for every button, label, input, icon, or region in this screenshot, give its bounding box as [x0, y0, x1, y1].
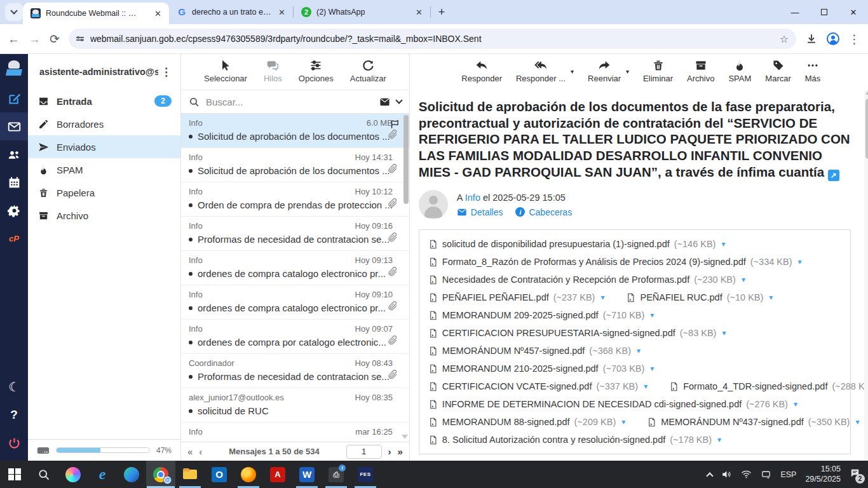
refresh-button[interactable]: Actualizar: [350, 59, 386, 83]
options-button[interactable]: Opciones: [299, 59, 334, 83]
external-link-icon[interactable]: ↗: [828, 170, 839, 181]
attachment-menu-caret-icon[interactable]: ▾: [769, 293, 773, 302]
attachment-menu-caret-icon[interactable]: ▾: [717, 435, 721, 444]
attachment-menu-caret-icon[interactable]: ▾: [650, 364, 654, 373]
select-button[interactable]: Seleccionar: [204, 59, 247, 83]
attachment-name[interactable]: PEÑAFIEL PEÑAFIEL.pdf: [442, 292, 549, 302]
compose-button[interactable]: [0, 85, 28, 112]
attachment-name[interactable]: Formato_4_TDR-signed-signed.pdf: [683, 381, 827, 391]
threads-button[interactable]: Hilos: [264, 59, 282, 83]
taskbar-outlook-button[interactable]: O: [205, 461, 234, 488]
next-page-button[interactable]: ›: [388, 446, 391, 457]
scrollbar-thumb[interactable]: [865, 98, 868, 159]
taskbar-ie-button[interactable]: e: [88, 461, 117, 488]
attachment-item[interactable]: 8. Solicitud Autorización contra y resol…: [428, 435, 721, 445]
message-list-row[interactable]: InfoHoy 09:13 ordenes de compra catalogo…: [181, 251, 409, 285]
attachment-name[interactable]: Formato_8_Razón de Proformas y Análisis …: [442, 257, 746, 267]
folder-trash[interactable]: Papelera: [28, 181, 180, 204]
unread-dot-icon[interactable]: [189, 341, 193, 344]
taskbar-firefox-button[interactable]: [234, 461, 263, 488]
cpanel-button[interactable]: cP: [0, 224, 28, 252]
attachment-item[interactable]: PEÑAFIEL RUC.pdf (~10 KB) ▾: [626, 292, 773, 303]
reload-button[interactable]: ⟳: [50, 33, 60, 45]
message-list-row[interactable]: InfoHoy 09:07 ordenes de compra por cata…: [181, 320, 409, 354]
taskbar-chrome-button[interactable]: @: [146, 461, 175, 488]
taskbar-acrobat-button[interactable]: A: [263, 461, 292, 488]
folder-inbox[interactable]: Entrada 2: [28, 90, 180, 112]
dark-mode-button[interactable]: ☾: [0, 373, 28, 401]
flag-icon[interactable]: [390, 119, 400, 132]
attachment-name[interactable]: CERTIFICACION PRESUPUESTARIA-signed-sign…: [442, 328, 675, 338]
page-number-input[interactable]: 1: [346, 445, 382, 459]
attachment-item[interactable]: MEMORÁNDUM Nº457-signed.pdf (~368 KB) ▾: [428, 346, 641, 356]
attachment-menu-caret-icon[interactable]: ▾: [637, 346, 641, 355]
calendar-button[interactable]: [0, 168, 28, 196]
logout-button[interactable]: [0, 429, 28, 457]
message-list-row[interactable]: alex_junior17@outlook.esHoy 08:35 solici…: [181, 388, 409, 423]
tab-google-search[interactable]: G derecho a un trato especial - Bu ✕: [169, 1, 293, 23]
forward-button[interactable]: →: [29, 33, 41, 45]
folder-drafts[interactable]: Borradores: [28, 112, 180, 135]
tab-close-button[interactable]: ✕: [414, 8, 424, 17]
attachment-menu-caret-icon[interactable]: ▾: [644, 382, 648, 391]
unread-dot-icon[interactable]: [189, 306, 193, 310]
attachment-menu-caret-icon[interactable]: ▾: [798, 257, 802, 266]
message-list-row[interactable]: InfoHoy 10:12 Orden de compra de prendas…: [181, 182, 409, 217]
taskbar-copilot-button[interactable]: [58, 461, 88, 488]
language-indicator[interactable]: ESP: [780, 470, 796, 479]
site-settings-icon[interactable]: [76, 37, 84, 41]
volume-icon[interactable]: [721, 469, 732, 480]
attachment-item[interactable]: INFORME DE DETERMINACION DE NECESIDAD cd…: [428, 399, 797, 410]
attachment-menu-caret-icon[interactable]: ▾: [794, 400, 797, 409]
details-toggle[interactable]: Detalles: [457, 207, 503, 217]
forward-button[interactable]: Reenviar: [588, 59, 621, 83]
attachment-menu-caret-icon[interactable]: ▾: [621, 417, 625, 426]
back-button[interactable]: ←: [8, 33, 20, 45]
last-page-button[interactable]: »: [398, 446, 403, 457]
tab-close-button[interactable]: ✕: [277, 8, 287, 17]
message-list-row[interactable]: Info6.0 MB Solicitud de aprobación de lo…: [181, 114, 409, 148]
attachment-item[interactable]: CERTIFICACION VCATE-signed.pdf (~337 KB)…: [428, 381, 648, 392]
message-list-row[interactable]: InfoHoy 09:10 ordenes de compra catalogo…: [181, 285, 409, 320]
folder-spam[interactable]: SPAM: [28, 158, 180, 181]
taskbar-clock[interactable]: 15:05 29/5/2025: [805, 464, 841, 484]
attachment-item[interactable]: CERTIFICACION PRESUPUESTARIA-signed-sign…: [428, 328, 726, 339]
taskbar-printer-button[interactable]: ⎙: [322, 461, 351, 488]
maximize-button[interactable]: [810, 0, 839, 24]
unread-dot-icon[interactable]: [189, 135, 193, 139]
taskbar-fes-button[interactable]: FES: [351, 461, 380, 488]
account-menu-icon[interactable]: ⋮: [158, 65, 174, 79]
attachment-item[interactable]: MEMORANDUM 88-signed.pdf (~209 KB) ▾: [428, 417, 625, 428]
spam-button[interactable]: SPAM: [728, 59, 751, 83]
folder-archive[interactable]: Archivo: [28, 204, 180, 227]
attachment-name[interactable]: MEMORANDUM 209-2025-signed.pdf: [442, 310, 599, 320]
forward-caret-icon[interactable]: ▾: [626, 68, 629, 75]
mail-module-button[interactable]: [0, 112, 28, 140]
tab-roundcube[interactable]: Roundcube Webmail :: Enviados ✕: [23, 3, 169, 24]
headers-toggle[interactable]: i Cabeceras: [515, 207, 572, 217]
attachment-item[interactable]: MEMORANDUM 210-2025-signed.pdf (~703 KB)…: [428, 363, 654, 374]
attachment-item[interactable]: PEÑAFIEL PEÑAFIEL.pdf (~237 KB) ▾: [428, 292, 605, 303]
taskbar-edge-button[interactable]: [117, 461, 146, 488]
taskbar-search-button[interactable]: [29, 461, 58, 488]
profile-icon[interactable]: [827, 32, 839, 45]
taskbar-word-button[interactable]: W: [292, 461, 322, 488]
recipient-link[interactable]: Info: [465, 193, 480, 203]
settings-button[interactable]: [0, 196, 28, 224]
attachment-item[interactable]: Formato_8_Razón de Proformas y Análisis …: [428, 257, 802, 268]
search-input[interactable]: [206, 97, 373, 107]
attachment-name[interactable]: MEMORANDUM 88-signed.pdf: [442, 417, 570, 427]
tab-whatsapp[interactable]: 2 (2) WhatsApp ✕: [294, 1, 430, 23]
attachment-item[interactable]: Necesidades de Contratación y Recepción …: [428, 274, 745, 285]
first-page-button[interactable]: «: [187, 446, 193, 457]
search-scope-mail-icon[interactable]: [379, 97, 390, 107]
display-connect-icon[interactable]: [761, 469, 771, 480]
tab-close-button[interactable]: ✕: [153, 9, 163, 18]
minimize-button[interactable]: —: [780, 0, 810, 24]
message-list-row[interactable]: CoordinadorHoy 08:43 Proformas de necesi…: [181, 354, 409, 388]
scroll-up-icon[interactable]: [865, 91, 868, 95]
archive-button[interactable]: Archivo: [687, 59, 714, 83]
reply-all-caret-icon[interactable]: ▾: [571, 68, 574, 75]
reply-button[interactable]: Responder: [461, 59, 502, 83]
url-text[interactable]: webmail.sanjuan.gob.ec/cpsess9476305589/…: [90, 34, 482, 44]
